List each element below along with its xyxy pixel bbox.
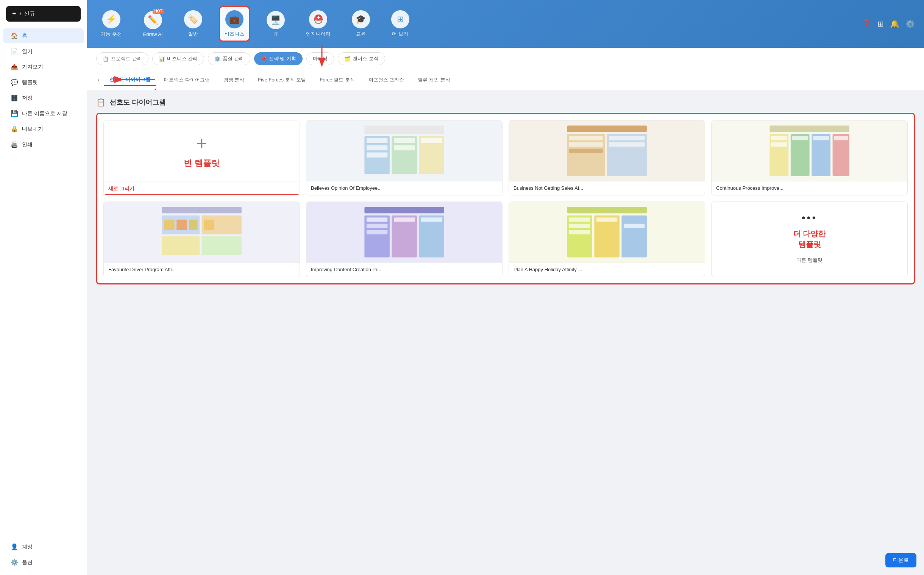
top-bar: ⚡ 기능 추천 HOT ✏️ Edraw AI 🏷️ 일반 💼 비즈니스 🖥️ xyxy=(87,0,924,48)
new-button[interactable]: + + 신규 xyxy=(6,6,81,22)
sidebar-item-template[interactable]: 💬 템플릿 xyxy=(3,75,84,90)
cat-tab-marketing[interactable]: 마케팅 xyxy=(306,52,334,65)
engineering-icon-circle: ⛑️ xyxy=(309,10,327,29)
sidebar-item-account[interactable]: 👤 계정 xyxy=(3,539,84,554)
svg-rect-44 xyxy=(366,230,387,234)
sub-tabs: ‹ 선호도 다이어그램 매트릭스 다이어그램 경쟁 분석 Five Forces… xyxy=(87,70,924,90)
top-icon-more[interactable]: ⊞ 더 보기 xyxy=(387,7,414,41)
more-dots: ••• xyxy=(802,212,817,224)
sidebar-item-options[interactable]: ⚙️ 옵션 xyxy=(3,555,84,570)
sub-tab-five-forces[interactable]: Five Forces 분석 모델 xyxy=(253,74,311,86)
sidebar-item-import[interactable]: 📥 가져오기 xyxy=(3,59,84,74)
cat-tab-business[interactable]: 📊 비즈니스 관리 xyxy=(152,52,204,65)
storage-icon: 🗄️ xyxy=(11,94,18,102)
template-card-continuous[interactable]: Continuous Process Improve... xyxy=(711,120,908,195)
top-icon-edraw-ai[interactable]: HOT ✏️ Edraw AI xyxy=(139,8,167,40)
sidebar-item-home[interactable]: 🏠 홈 xyxy=(3,29,84,43)
svg-rect-21 xyxy=(791,134,810,176)
svg-rect-7 xyxy=(394,138,415,143)
more-label: 다른 템플릿 xyxy=(792,253,827,267)
svg-rect-32 xyxy=(162,237,200,255)
svg-rect-15 xyxy=(569,148,603,152)
sidebar-item-storage[interactable]: 🗄️ 저장 xyxy=(3,91,84,105)
plan-holiday-thumb xyxy=(509,202,705,262)
svg-rect-54 xyxy=(596,218,617,222)
template-card-business-sales[interactable]: Business Not Getting Sales Af... xyxy=(509,120,705,195)
category-tabs: 📋 프로젝트 관리 📊 비즈니스 관리 ⚙️ 품질 관리 📌 전략 및 기획 마… xyxy=(87,48,924,70)
general-icon-circle: 🏷️ xyxy=(184,10,202,29)
improving-label: Improving Content Creation Pr... xyxy=(306,262,502,276)
apps-icon[interactable]: ⊞ xyxy=(877,19,884,29)
sidebar-item-print[interactable]: 🖨️ 인쇄 xyxy=(3,137,84,152)
sidebar-label-export: 내보내기 xyxy=(22,126,43,133)
sub-tab-prev-arrow[interactable]: ‹ xyxy=(96,75,101,85)
top-icon-feature[interactable]: ⚡ 기능 추천 xyxy=(96,7,127,41)
template-card-plan-holiday[interactable]: Plan A Happy Holiday Affinity ... xyxy=(509,202,705,277)
sidebar-label-template: 템플릿 xyxy=(22,79,38,86)
cat-tab-canvas[interactable]: 🗂️ 캔버스 분석 xyxy=(338,52,385,65)
top-icon-engineering[interactable]: ⛑️ 엔지니어링 xyxy=(301,7,335,41)
sub-tab-five-forces-label: Five Forces 분석 모델 xyxy=(258,77,306,83)
svg-rect-52 xyxy=(569,224,590,228)
svg-rect-34 xyxy=(164,220,174,230)
svg-rect-23 xyxy=(832,134,849,176)
sub-tab-value-chain-label: 밸류 체인 분석 xyxy=(418,77,450,83)
sub-tab-force-field[interactable]: Force 필드 분석 xyxy=(314,74,360,86)
template-grid: + 빈 템플릿 새로 그리기 xyxy=(96,113,915,284)
cat-tab-strategy[interactable]: 📌 전략 및 기획 xyxy=(254,52,303,65)
sidebar-bottom: 👤 계정 ⚙️ 옵션 xyxy=(0,534,87,575)
more-icon-circle: ⊞ xyxy=(391,10,409,29)
download-button[interactable]: 다운로 xyxy=(885,553,916,567)
top-icon-business[interactable]: 💼 비즈니스 xyxy=(219,6,250,42)
top-icon-business-label: 비즈니스 xyxy=(225,31,244,38)
sidebar-label-home: 홈 xyxy=(22,33,27,40)
section-title: 선호도 다이어그램 xyxy=(109,98,166,107)
believes-label: Believes Opinion Of Employee... xyxy=(306,181,502,195)
more-text-line2: 템플릿 xyxy=(798,240,821,248)
cat-tab-quality-label: 품질 관리 xyxy=(223,55,244,62)
top-icon-it[interactable]: 🖥️ IT xyxy=(262,8,289,40)
more-text: 더 다양한 템플릿 xyxy=(793,229,826,249)
top-icon-education[interactable]: 🎓 교육 xyxy=(347,7,374,41)
svg-rect-9 xyxy=(421,138,442,143)
top-icon-general-label: 일반 xyxy=(188,31,198,38)
template-card-believes[interactable]: Believes Opinion Of Employee... xyxy=(306,120,502,195)
top-icon-general[interactable]: 🏷️ 일반 xyxy=(179,7,207,41)
svg-rect-29 xyxy=(162,207,241,214)
template-card-favourite[interactable]: Favourite Driver Program Affi... xyxy=(103,202,300,277)
top-icon-more-label: 더 보기 xyxy=(392,31,408,38)
cat-tab-strategy-label: 전략 및 기획 xyxy=(269,55,296,62)
content-area: 📋 선호도 다이어그램 + 빈 템플릿 새로 그리기 xyxy=(87,90,924,575)
strategy-tab-icon: 📌 xyxy=(260,56,266,62)
top-icon-education-label: 교육 xyxy=(356,31,366,38)
settings-icon[interactable]: ⚙️ xyxy=(905,19,915,29)
svg-rect-0 xyxy=(364,126,444,134)
help-icon[interactable]: ❓ xyxy=(862,19,872,29)
svg-rect-28 xyxy=(834,136,848,140)
sub-tab-value-chain[interactable]: 밸류 체인 분석 xyxy=(412,74,455,86)
cat-tab-project-label: 프로젝트 관리 xyxy=(111,55,142,62)
svg-rect-27 xyxy=(813,136,829,140)
svg-rect-16 xyxy=(609,136,645,140)
cat-tab-quality[interactable]: ⚙️ 품질 관리 xyxy=(208,52,250,65)
sidebar-label-open: 열기 xyxy=(22,48,33,55)
bell-icon[interactable]: 🔔 xyxy=(890,19,899,29)
template-card-improving[interactable]: Improving Content Creation Pr... xyxy=(306,202,502,277)
sidebar-item-save-as[interactable]: 💾 다른 이름으로 저장 xyxy=(3,106,84,121)
svg-rect-56 xyxy=(624,218,645,222)
sidebar-item-export[interactable]: 🔒 내보내기 xyxy=(3,122,84,137)
template-card-blank[interactable]: + 빈 템플릿 새로 그리기 xyxy=(103,120,300,195)
sub-tab-affinity[interactable]: 선호도 다이어그램 xyxy=(104,74,155,86)
cat-tab-project[interactable]: 📋 프로젝트 관리 xyxy=(96,52,149,65)
more-text-line1: 더 다양한 xyxy=(793,230,826,238)
sub-tab-matrix[interactable]: 매트릭스 다이어그램 xyxy=(158,74,215,86)
business-sales-thumb xyxy=(509,121,705,181)
blank-plus-icon: + xyxy=(196,133,207,154)
sub-tab-performance[interactable]: 퍼포먼스 프리즘 xyxy=(363,74,410,86)
save-icon: 💾 xyxy=(11,110,18,117)
svg-rect-38 xyxy=(364,207,444,214)
sidebar-item-open[interactable]: 📄 열기 xyxy=(3,44,84,59)
sub-tab-competition[interactable]: 경쟁 분석 xyxy=(218,74,250,86)
template-card-more[interactable]: ••• 더 다양한 템플릿 다른 템플릿 xyxy=(711,202,908,277)
continuous-thumb xyxy=(712,121,907,181)
